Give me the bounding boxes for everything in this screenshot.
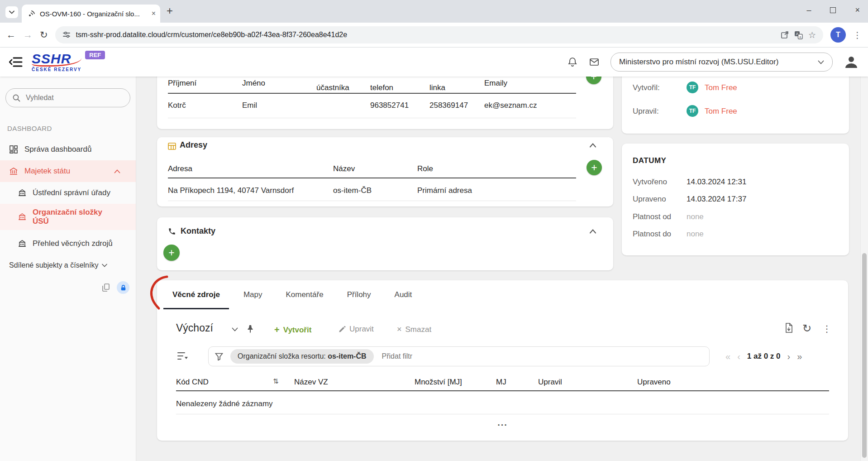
more-options-icon[interactable]: ⋮ xyxy=(822,323,831,334)
create-button[interactable]: + Vytvořit xyxy=(274,325,311,335)
column-header-jmeno: Jméno xyxy=(242,79,265,88)
column-header-mj[interactable]: MJ xyxy=(496,378,506,387)
url-text[interactable]: tsm-sshr-prod.datalite.cloud/crm/custome… xyxy=(76,31,775,39)
add-participant-button[interactable]: + xyxy=(586,77,601,84)
collapse-chevron-up-icon[interactable] xyxy=(589,229,596,234)
add-contact-button[interactable]: + xyxy=(163,245,180,261)
building-icon xyxy=(18,240,26,248)
first-page-icon[interactable]: « xyxy=(725,351,730,362)
new-tab-button[interactable]: + xyxy=(167,5,173,17)
dates-card: DATUMY Vytvořeno 14.03.2024 12:31 Uprave… xyxy=(622,144,849,255)
pin-icon[interactable] xyxy=(247,325,254,333)
copy-icon[interactable] xyxy=(102,283,110,292)
updated-by-label: Upravil: xyxy=(633,107,659,116)
last-page-icon[interactable]: » xyxy=(797,351,802,362)
window-maximize-button[interactable] xyxy=(830,7,836,13)
participant-surname: Kotrč xyxy=(168,101,186,110)
reload-icon[interactable]: ↻ xyxy=(802,322,811,335)
sidebar-item-label: Přehled věcných zdrojů xyxy=(33,239,113,248)
date-row-value: none xyxy=(687,212,704,221)
sidebar-item-prehled-vecnych-zdroju[interactable]: Přehled věcných zdrojů xyxy=(0,233,136,255)
next-page-icon[interactable]: › xyxy=(787,351,791,362)
tab-search-button[interactable] xyxy=(5,6,18,18)
updated-by-value[interactable]: Tom Free xyxy=(705,107,737,116)
contacts-card: Kontakty + xyxy=(157,217,613,270)
export-icon[interactable] xyxy=(784,323,793,333)
user-avatar-icon[interactable] xyxy=(844,54,859,70)
date-row-label: Platnost od xyxy=(633,212,671,221)
chevron-down-icon xyxy=(102,264,107,267)
translate-icon[interactable]: Aa xyxy=(794,31,803,39)
forward-button[interactable]: → xyxy=(23,29,33,40)
browser-menu-icon[interactable]: ⋮ xyxy=(853,30,862,40)
table-icon xyxy=(168,143,176,150)
filter-funnel-icon[interactable] xyxy=(215,353,223,360)
app-logo[interactable]: SSHR ČESKÉ REZERVY REF xyxy=(32,53,105,72)
back-button[interactable]: ← xyxy=(6,29,16,40)
tab-close-icon[interactable]: × xyxy=(152,10,156,18)
organization-selector[interactable]: Ministerstvo pro místní rozvoj (MS.USU.E… xyxy=(610,53,833,72)
search-input[interactable] xyxy=(25,93,124,102)
menu-collapse-icon[interactable] xyxy=(9,56,23,68)
column-header-kod-cnd[interactable]: Kód CND xyxy=(176,378,209,387)
bookmark-star-icon[interactable]: ☆ xyxy=(808,30,816,40)
edit-button[interactable]: Upravit xyxy=(339,325,374,334)
date-row-label: Vytvořeno xyxy=(633,178,667,187)
sidebar-nav: Správa dashboardů Majetek státu Ústřední… xyxy=(0,139,136,276)
lock-button[interactable] xyxy=(117,281,129,294)
sidebar-item-sprava-dashboardu[interactable]: Správa dashboardů xyxy=(0,139,136,160)
view-selector-chevron-icon[interactable] xyxy=(232,327,238,331)
column-header-nazev-vz[interactable]: Název VZ xyxy=(294,378,328,387)
window-minimize-button[interactable]: – xyxy=(806,5,811,15)
refresh-button[interactable]: ↻ xyxy=(40,29,48,40)
mail-icon[interactable] xyxy=(589,57,600,67)
open-in-new-icon[interactable] xyxy=(781,31,789,39)
prev-page-icon[interactable]: ‹ xyxy=(737,351,740,362)
participant-email: ek@seznam.cz xyxy=(484,101,537,110)
browser-profile-avatar[interactable]: T xyxy=(830,27,846,43)
sort-icon[interactable]: ⇅ xyxy=(273,377,279,385)
created-by-value[interactable]: Tom Free xyxy=(705,83,737,92)
column-header-upraveno[interactable]: Upraveno xyxy=(637,378,671,387)
window-close-button[interactable]: × xyxy=(855,5,860,15)
filter-bar[interactable]: Organizační složka resortu: os-item-ČB xyxy=(208,346,710,366)
scrollbar-thumb[interactable] xyxy=(862,253,867,458)
sidebar-item-sdilene-subjekty[interactable]: Sdílené subjekty a číselníky xyxy=(0,255,136,276)
tune-icon[interactable] xyxy=(62,31,71,39)
pagination: « ‹ 1 až 0 z 0 › » xyxy=(725,346,802,366)
add-address-button[interactable]: + xyxy=(587,160,602,175)
add-filter-input[interactable] xyxy=(381,352,473,361)
app-header: SSHR ČESKÉ REZERVY REF Ministerstvo pro … xyxy=(0,48,868,77)
sidebar-item-majetek-statu[interactable]: Majetek státu xyxy=(0,160,136,182)
sidebar-item-ustredni-spravni-urady[interactable]: Ústřední správní úřady xyxy=(0,182,136,204)
tab-audit[interactable]: Audit xyxy=(383,280,424,309)
delete-button[interactable]: × Smazat xyxy=(397,325,431,334)
collapse-chevron-up-icon[interactable] xyxy=(589,143,596,148)
tab-mapy[interactable]: Mapy xyxy=(232,280,274,309)
sidebar-item-organizacni-slozky-usu[interactable]: Organizační složky ÚSÚ xyxy=(0,204,136,230)
x-icon: × xyxy=(397,325,402,334)
view-options-icon[interactable] xyxy=(177,351,189,361)
pagination-label: 1 až 0 z 0 xyxy=(747,352,781,361)
address-bar[interactable]: tsm-sshr-prod.datalite.cloud/crm/custome… xyxy=(55,26,823,43)
tab-komentare[interactable]: Komentáře xyxy=(274,280,335,309)
participant-phone: 963852741 xyxy=(370,101,409,110)
sidebar-item-label: Organizační složky ÚSÚ xyxy=(33,208,119,226)
notifications-bell-icon[interactable] xyxy=(567,57,578,67)
column-header-mnozstvi[interactable]: Množství [MJ] xyxy=(415,378,462,387)
more-indicator[interactable]: ... xyxy=(157,418,848,428)
filter-chip[interactable]: Organizační složka resortu: os-item-ČB xyxy=(230,349,374,364)
browser-tab[interactable]: OS-OVM-160 - Organizační slo... × xyxy=(22,5,160,23)
tab-prilohy[interactable]: Přílohy xyxy=(335,280,383,309)
tab-title: OS-OVM-160 - Organizační slo... xyxy=(40,10,147,18)
browser-tabstrip: OS-OVM-160 - Organizační slo... × + – × xyxy=(0,0,868,23)
chevron-up-icon xyxy=(114,169,120,173)
phone-icon xyxy=(168,227,176,235)
date-row-value: 14.03.2024 17:37 xyxy=(687,195,746,204)
sidebar-search[interactable] xyxy=(5,88,130,107)
site-favicon xyxy=(28,10,35,17)
view-selector[interactable]: Výchozí xyxy=(176,322,213,334)
pencil-icon xyxy=(339,326,346,333)
column-header-upravil[interactable]: Upravil xyxy=(538,378,562,387)
page-scrollbar[interactable] xyxy=(860,77,868,461)
